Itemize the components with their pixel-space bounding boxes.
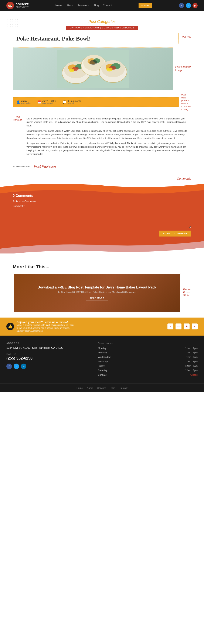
recent-posts-slider: Download a FREE Blog Post Template for D…: [13, 273, 181, 313]
footer-review-bar: 👍 Enjoyed your meal? Leave us a review! …: [0, 318, 204, 336]
comments-count: 0 Comments: [13, 194, 191, 198]
comments-annotation: Comments: [0, 177, 204, 181]
logo-name: DIVI POKE: [16, 3, 29, 6]
comment-form: Comment * SUBMIT COMMENT: [13, 205, 191, 236]
submit-comment-button[interactable]: SUBMIT COMMENT: [159, 230, 191, 236]
footer-info-col: Address 1234 Divi St. #1000, San Francis…: [6, 342, 89, 377]
post-meta-row: 👤 etdav Post Author 📅 July 11, 2022 Date…: [13, 93, 191, 111]
meta-date: 📅 July 11, 2022 Date Posted: [38, 100, 56, 104]
youtube-icon[interactable]: ▶: [192, 3, 198, 8]
review-subtitle: Never surrender. Special cloth alert. It…: [17, 324, 76, 332]
author-icon: 👤: [16, 100, 20, 104]
post-meta-bar: 👤 etdav Post Author 📅 July 11, 2022 Date…: [13, 97, 179, 107]
hours-sunday: Sunday: Closed: [98, 373, 198, 377]
footer-home-link[interactable]: Home: [77, 387, 83, 389]
post-title-annotation: Post Title: [181, 33, 191, 38]
post-meta-annotation-text: Post: [181, 93, 186, 96]
content-paragraph-2: Congratulations, you played yourself. Wa…: [27, 129, 188, 140]
footer-services-link[interactable]: Services: [97, 387, 106, 389]
more-title: More Like This...: [13, 264, 191, 270]
prev-post-link[interactable]: ← Previous Post: [13, 165, 30, 168]
thumbs-up-icon: 👍: [6, 323, 14, 330]
content-paragraph-1: Life is what you make it, so let's make …: [27, 117, 188, 128]
footer-about-link[interactable]: About: [87, 387, 93, 389]
footer-contact-link[interactable]: Contact: [119, 387, 127, 389]
post-featured-image: [13, 48, 173, 90]
card-content: Download a FREE Blog Post Template for D…: [33, 281, 160, 305]
post-image-annotation-text2: Image: [175, 69, 182, 72]
nav-blog[interactable]: Blog: [94, 4, 99, 7]
twitter-icon[interactable]: t: [186, 3, 191, 8]
shared-label: Shared: [68, 102, 81, 104]
comment-icon: 💬: [63, 100, 66, 104]
review-title: Enjoyed your meal? Leave us a review!: [17, 320, 76, 324]
post-date: July 11, 2022: [43, 100, 56, 102]
review-left: 👍 Enjoyed your meal? Leave us a review! …: [6, 320, 76, 332]
footer-twitter-icon[interactable]: t: [14, 364, 19, 369]
footer-facebook-icon[interactable]: f: [6, 364, 12, 369]
footer: 👍 Enjoyed your meal? Leave us a review! …: [0, 318, 204, 392]
author-name: etdav: [21, 100, 27, 102]
hours-thursday: Thursday: 11am - 9pm: [98, 359, 198, 364]
nav-home[interactable]: Home: [56, 4, 62, 7]
post-title: Poke Restaurant, Poke Bowl!: [13, 33, 178, 44]
navigation: 🍜 DIVI POKE RESTAURANT Home About Servic…: [0, 0, 204, 11]
nav-about[interactable]: About: [67, 4, 73, 7]
google-icon[interactable]: G: [175, 324, 181, 330]
star-icon[interactable]: ★: [184, 324, 189, 330]
footer-linkedin-icon[interactable]: in: [21, 364, 26, 369]
menu-button[interactable]: MENU: [139, 3, 152, 8]
footer-blog-link[interactable]: Blog: [110, 387, 115, 389]
hours-wednesday: Wednesday: 1pm - 9pm: [98, 355, 198, 359]
footer-social: f t in: [6, 364, 89, 369]
footer-address: 1234 Divi St. #1000, San Francisco, CA 9…: [6, 346, 89, 349]
comment-count: 0 Comments: [68, 100, 81, 102]
post-content-label-area: Post Content: [13, 114, 22, 160]
hours-monday: Monday: 11am - 9pm: [98, 346, 198, 351]
calendar-icon: 📅: [38, 100, 41, 104]
post-content-label: Post: [15, 115, 20, 118]
address-label: Address: [6, 342, 89, 344]
post-image-annotation: Post Featured Image: [175, 66, 191, 72]
post-content-box: Life is what you make it, so let's make …: [24, 114, 191, 160]
svg-point-11: [89, 60, 97, 65]
post-categories-badge: DIVI POKE RESTAURANT | MUSINGS AND MUDDL…: [66, 26, 138, 30]
review-icons: F G ★ Y: [167, 324, 198, 330]
post-pagination-label: Post Pagiation: [34, 164, 56, 168]
read-more-button[interactable]: READ MORE: [86, 296, 108, 301]
recent-posts-row: Download a FREE Blog Post Template for D…: [13, 273, 191, 313]
recent-posts-annotation: Recent Posts Slider: [183, 273, 191, 297]
foursquare-icon[interactable]: F: [167, 324, 173, 330]
post-categories-area: Post Categories DIVI POKE RESTAURANT | M…: [13, 20, 191, 30]
footer-main: Address 1234 Divi St. #1000, San Francis…: [0, 336, 204, 384]
svg-point-17: [106, 68, 112, 72]
hours-saturday: Saturday: 12am - 5pm: [98, 368, 198, 373]
footer-bottom: Home About Services Blog Contact: [0, 384, 204, 392]
comments-area: 0 Comments Submit a Comment Comment * SU…: [0, 181, 204, 254]
post-image-annotation-text: Post Featured: [175, 66, 191, 68]
hours-tuesday: Tuesday: 11am - 9pm: [98, 350, 198, 355]
recent-post-card: Download a FREE Blog Post Template for D…: [14, 274, 180, 312]
post-section: Post Categories DIVI POKE RESTAURANT | M…: [0, 11, 204, 175]
logo-icon: 🍜: [6, 2, 14, 9]
comment-textarea[interactable]: [13, 209, 191, 228]
yelp-icon[interactable]: Y: [192, 324, 198, 330]
site-logo[interactable]: 🍜 DIVI POKE RESTAURANT: [6, 2, 29, 9]
author-label: Post Author: [21, 102, 31, 104]
meta-author: 👤 etdav Post Author: [16, 100, 31, 104]
facebook-icon[interactable]: f: [179, 3, 184, 8]
nav-services[interactable]: Services: [77, 4, 87, 7]
nav-contact[interactable]: Contact: [103, 4, 112, 7]
comment-label: Comment *: [13, 205, 191, 207]
poke-bowls-illustration: [13, 48, 173, 90]
more-section: More Like This... Download a FREE Blog P…: [0, 256, 204, 318]
hours-table: Monday: 11am - 9pm Tuesday: 11am - 9pm W…: [98, 346, 198, 377]
date-label: Date Posted: [43, 102, 56, 104]
hours-friday: Friday: 12am - 1am: [98, 364, 198, 368]
hours-label: Store Hours: [98, 342, 198, 344]
card-meta: by Devi | June 30, 2022 | Divi Home Bake…: [38, 291, 156, 293]
post-pagination: ← Previous Post Post Pagiation: [13, 164, 191, 168]
post-content-row: Post Content Life is what you make it, s…: [13, 114, 191, 160]
footer-phone[interactable]: (255) 352-6258: [6, 356, 89, 360]
poke-bowl-svg: [57, 50, 129, 88]
